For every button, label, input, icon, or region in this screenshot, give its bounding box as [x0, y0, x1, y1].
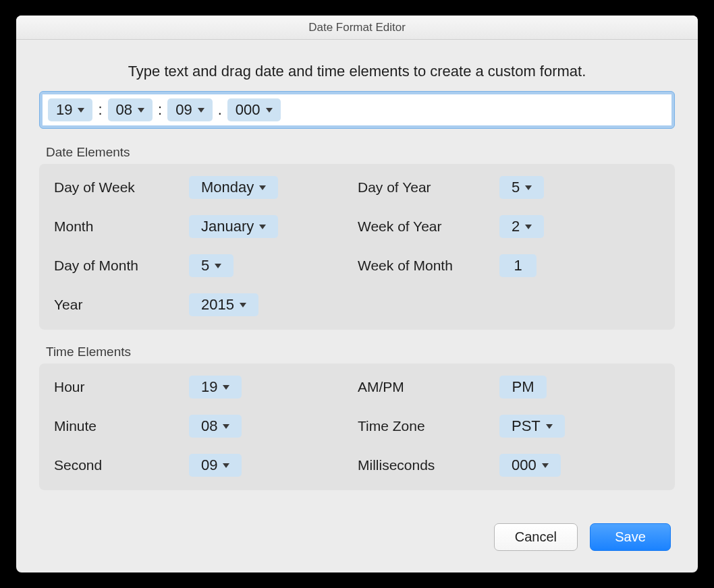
- chip-day-of-month[interactable]: 5: [189, 254, 234, 277]
- label-minute: Minute: [54, 418, 189, 434]
- chip-week-of-month[interactable]: 1: [499, 254, 537, 277]
- chip-second[interactable]: 09: [189, 454, 242, 477]
- format-token-millis[interactable]: 000: [227, 98, 281, 121]
- chevron-down-icon: [525, 185, 532, 190]
- time-elements-label: Time Elements: [46, 345, 675, 359]
- content-area: Type text and drag date and time element…: [16, 40, 698, 572]
- chevron-down-icon: [138, 108, 144, 113]
- chevron-down-icon: [546, 424, 553, 429]
- chevron-down-icon: [215, 264, 221, 268]
- label-month: Month: [54, 218, 189, 235]
- window-title: Date Format Editor: [308, 21, 406, 34]
- chevron-down-icon: [240, 303, 246, 307]
- format-token-minute[interactable]: 08: [108, 98, 153, 121]
- chevron-down-icon: [198, 108, 204, 113]
- format-field-focus-ring: 19 : 08 : 09 . 000: [39, 91, 675, 129]
- date-elements-label: Date Elements: [46, 145, 675, 160]
- save-button[interactable]: Save: [590, 523, 671, 551]
- instruction-text: Type text and drag date and time element…: [39, 63, 675, 80]
- chevron-down-icon: [223, 463, 229, 468]
- chip-millis[interactable]: 000: [499, 454, 561, 477]
- window: Date Format Editor Type text and drag da…: [16, 16, 698, 572]
- label-timezone: Time Zone: [358, 418, 499, 434]
- date-elements-panel: Day of Week Monday Day of Year 5 Month J…: [39, 164, 675, 330]
- label-year: Year: [54, 297, 189, 313]
- label-hour: Hour: [54, 379, 189, 395]
- chevron-down-icon: [542, 463, 549, 468]
- chevron-down-icon: [525, 225, 532, 229]
- chip-day-of-week[interactable]: Monday: [189, 176, 278, 199]
- chevron-down-icon: [78, 108, 84, 113]
- label-week-of-month: Week of Month: [358, 258, 499, 274]
- label-day-of-week: Day of Week: [54, 179, 189, 196]
- label-day-of-year: Day of Year: [358, 179, 499, 196]
- time-elements-panel: Hour 19 AM/PM PM Minute 08 Time Zone PST…: [39, 363, 675, 490]
- label-millis: Milliseconds: [358, 457, 499, 473]
- chip-hour[interactable]: 19: [189, 376, 242, 399]
- chevron-down-icon: [266, 108, 273, 113]
- format-input[interactable]: 19 : 08 : 09 . 000: [43, 94, 671, 125]
- label-second: Second: [54, 457, 189, 473]
- chevron-down-icon: [259, 225, 266, 229]
- chip-ampm[interactable]: PM: [499, 376, 547, 399]
- chip-day-of-year[interactable]: 5: [499, 176, 544, 199]
- label-ampm: AM/PM: [358, 379, 499, 395]
- chip-timezone[interactable]: PST: [499, 415, 565, 438]
- chevron-down-icon: [259, 185, 266, 190]
- format-separator: :: [157, 101, 163, 119]
- format-token-second[interactable]: 09: [167, 98, 212, 121]
- label-day-of-month: Day of Month: [54, 258, 189, 274]
- titlebar: Date Format Editor: [16, 16, 698, 40]
- format-separator: :: [97, 101, 103, 119]
- chip-minute[interactable]: 08: [189, 415, 242, 438]
- chevron-down-icon: [223, 424, 229, 429]
- chip-month[interactable]: January: [189, 215, 278, 238]
- format-token-hour[interactable]: 19: [48, 98, 92, 121]
- cancel-button[interactable]: Cancel: [494, 523, 578, 551]
- chip-week-of-year[interactable]: 2: [499, 215, 544, 238]
- label-week-of-year: Week of Year: [358, 218, 499, 235]
- chip-year[interactable]: 2015: [189, 293, 258, 316]
- chevron-down-icon: [223, 385, 229, 390]
- footer: Cancel Save: [39, 517, 675, 563]
- format-separator: .: [217, 101, 223, 119]
